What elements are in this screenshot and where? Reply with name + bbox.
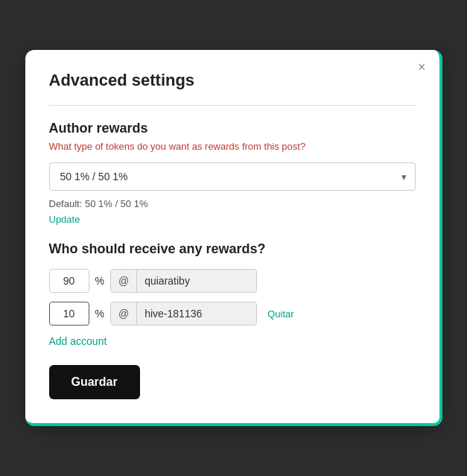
add-account-link[interactable]: Add account xyxy=(49,335,107,347)
reward-type-select-wrapper: 50 1% / 50 1%100% Hive PowerDecline payo… xyxy=(49,162,416,191)
modal-title: Advanced settings xyxy=(49,71,416,90)
author-rewards-title: Author rewards xyxy=(49,121,416,136)
account-at-wrapper-1: @ xyxy=(110,269,257,293)
at-sign-1: @ xyxy=(111,270,137,292)
reward-type-select[interactable]: 50 1% / 50 1%100% Hive PowerDecline payo… xyxy=(49,162,416,191)
divider xyxy=(49,105,416,106)
beneficiary-row-2: % @ Quitar xyxy=(49,302,416,326)
save-button[interactable]: Guardar xyxy=(49,365,140,399)
who-receives-title: Who should receive any rewards? xyxy=(49,241,416,257)
account-input-2[interactable] xyxy=(137,302,256,325)
account-at-wrapper-2: @ xyxy=(110,302,257,326)
beneficiary-row-1: % @ xyxy=(49,269,416,293)
account-input-1[interactable] xyxy=(137,270,256,292)
percent-sign-2: % xyxy=(95,308,104,320)
percent-input-2[interactable] xyxy=(49,302,89,326)
remove-beneficiary-2-link[interactable]: Quitar xyxy=(267,308,293,320)
at-sign-2: @ xyxy=(111,302,137,325)
modal-overlay: × Advanced settings Author rewards What … xyxy=(0,0,467,476)
percent-sign-1: % xyxy=(95,275,104,287)
update-link[interactable]: Update xyxy=(49,214,80,225)
percent-input-1[interactable] xyxy=(49,269,89,293)
footer: Guardar xyxy=(49,365,416,399)
default-reward-text: Default: 50 1% / 50 1% xyxy=(49,198,416,209)
author-rewards-subtitle: What type of tokens do you want as rewar… xyxy=(49,141,416,152)
modal-container: × Advanced settings Author rewards What … xyxy=(25,50,442,426)
close-button[interactable]: × xyxy=(418,60,426,74)
